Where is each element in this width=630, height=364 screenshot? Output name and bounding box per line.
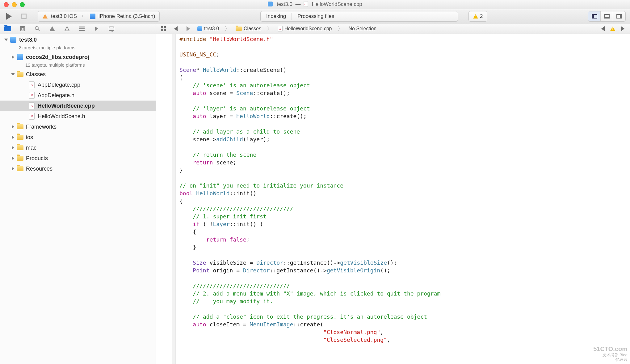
chevron-right-icon: 〉 xyxy=(266,25,273,32)
main-toolbar: test3.0 iOS 〉 iPhone Retina (3.5-inch) I… xyxy=(0,9,630,23)
traffic-lights xyxy=(4,2,25,7)
debug-navigator-tab[interactable] xyxy=(78,25,85,32)
tree-row-group-products[interactable]: Products xyxy=(0,153,156,163)
breakpoint-navigator-tab[interactable] xyxy=(93,25,100,32)
disclosure-icon[interactable] xyxy=(12,146,14,150)
svg-marker-3 xyxy=(43,14,48,19)
project-name: test3.0 xyxy=(19,37,37,43)
title-project: test3.0 xyxy=(277,1,292,7)
tree-row-file-selected[interactable]: .c HelloWorldScene.cpp xyxy=(0,101,156,111)
nav-forward-button[interactable] xyxy=(184,25,192,32)
tree-row-group-frameworks[interactable]: Frameworks xyxy=(0,122,156,132)
tree-row-group-mac[interactable]: mac xyxy=(0,143,156,153)
warning-icon xyxy=(473,14,478,19)
window-titlebar: test3.0 — c HelloWorldScene.cpp xyxy=(0,0,630,9)
folder-icon xyxy=(17,124,23,129)
group-label: Products xyxy=(26,155,48,162)
panel-toggles xyxy=(588,11,626,22)
issues-indicator[interactable]: 2 xyxy=(468,11,487,22)
code-view[interactable]: #include "HelloWorldScene.h" USING_NS_CC… xyxy=(176,34,630,364)
toggle-utilities-button[interactable] xyxy=(613,11,625,21)
disclosure-icon[interactable] xyxy=(4,39,8,41)
file-label: HelloWorldScene.h xyxy=(38,113,85,120)
project-file-icon xyxy=(268,2,274,8)
issue-navigator-tab[interactable] xyxy=(49,25,56,32)
tree-row-project[interactable]: test3.0 xyxy=(0,35,156,45)
group-label: Classes xyxy=(26,71,46,78)
scheme-device: iPhone Retina (3.5-inch) xyxy=(99,13,155,19)
symbol-navigator-tab[interactable] xyxy=(19,25,26,32)
tree-row-file[interactable]: .c AppDelegate.cpp xyxy=(0,80,156,90)
scheme-selector[interactable]: test3.0 iOS 〉 iPhone Retina (3.5-inch) xyxy=(38,11,160,22)
chevron-right-icon: 〉 xyxy=(224,25,231,32)
next-counterpoint-button[interactable] xyxy=(618,25,627,32)
prev-counterpoint-button[interactable] xyxy=(598,25,607,32)
tree-row-subproject[interactable]: cocos2d_libs.xcodeproj xyxy=(0,52,156,62)
toggle-navigator-button[interactable] xyxy=(588,11,601,21)
source-file-icon: c xyxy=(304,2,309,8)
tree-row-file[interactable]: .h AppDelegate.h xyxy=(0,90,156,101)
nav-back-button[interactable] xyxy=(171,25,180,32)
jumpbar-file-label: HelloWorldScene.cpp xyxy=(284,26,332,31)
navigator-sidebar: test3.0 2 targets, multiple platforms co… xyxy=(0,23,156,364)
activity-right: Processing files xyxy=(292,13,340,19)
jumpbar-selection-label: No Selection xyxy=(349,26,377,31)
disclosure-icon[interactable] xyxy=(12,156,14,160)
cpp-file-icon: .c xyxy=(29,102,35,109)
jumpbar-project[interactable]: test3.0 xyxy=(196,26,220,31)
editor-gutter[interactable] xyxy=(156,34,176,364)
disclosure-icon[interactable] xyxy=(12,125,14,129)
svg-marker-8 xyxy=(65,27,69,31)
disclosure-icon[interactable] xyxy=(11,73,15,76)
jumpbar-group[interactable]: Classes xyxy=(234,26,262,31)
disclosure-icon[interactable] xyxy=(12,135,14,139)
folder-icon xyxy=(236,27,242,31)
project-navigator-tab[interactable] xyxy=(4,25,11,32)
related-items-button[interactable] xyxy=(159,25,168,32)
jumpbar-file[interactable]: .c HelloWorldScene.cpp xyxy=(277,26,333,31)
title-filename: HelloWorldScene.cpp xyxy=(312,1,362,7)
fold-ribbon[interactable] xyxy=(172,34,175,364)
scheme-target: test3.0 iOS xyxy=(51,13,77,19)
jumpbar-selection[interactable]: No Selection xyxy=(347,26,378,31)
test-navigator-tab[interactable] xyxy=(64,25,70,32)
svg-rect-5 xyxy=(21,27,24,30)
activity-left: Indexing xyxy=(261,13,292,19)
jumpbar-group-label: Classes xyxy=(244,26,261,31)
disclosure-icon[interactable] xyxy=(12,55,14,59)
tree-row-subproject-sub: 12 targets, multiple platforms xyxy=(0,62,156,69)
svg-text:c: c xyxy=(304,3,306,6)
editor-area: test3.0 〉 Classes 〉 .c HelloWorldScene.c… xyxy=(156,23,630,364)
source-editor[interactable]: #include "HelloWorldScene.h" USING_NS_CC… xyxy=(156,34,630,364)
project-icon xyxy=(17,54,23,60)
tree-row-group-ios[interactable]: ios xyxy=(0,132,156,143)
close-window-icon[interactable] xyxy=(4,2,9,7)
toggle-debug-area-button[interactable] xyxy=(601,11,613,21)
cpp-file-icon: .c xyxy=(29,81,35,88)
tree-row-file[interactable]: .h HelloWorldScene.h xyxy=(0,111,156,122)
cpp-file-icon: .c xyxy=(278,26,283,31)
zoom-window-icon[interactable] xyxy=(20,2,25,7)
activity-viewer: Indexing Processing files xyxy=(260,11,458,22)
folder-icon xyxy=(17,156,23,161)
run-button[interactable] xyxy=(4,12,14,21)
svg-rect-1 xyxy=(304,2,308,6)
subproject-name: cocos2d_libs.xcodeproj xyxy=(26,54,89,60)
group-label: Frameworks xyxy=(26,124,57,130)
file-label: AppDelegate.h xyxy=(38,92,74,99)
tree-row-group-resources[interactable]: Resources xyxy=(0,163,156,174)
tree-row-group-classes[interactable]: Classes xyxy=(0,69,156,80)
group-label: Resources xyxy=(26,166,52,172)
chevron-right-icon: 〉 xyxy=(80,14,87,19)
group-label: ios xyxy=(26,134,33,141)
header-file-icon: .h xyxy=(29,92,35,99)
folder-icon xyxy=(17,135,23,140)
file-label: AppDelegate.cpp xyxy=(38,82,80,88)
stop-button[interactable] xyxy=(19,12,28,21)
report-navigator-tab[interactable] xyxy=(108,25,115,32)
minimize-window-icon[interactable] xyxy=(12,2,17,7)
project-icon xyxy=(197,26,202,31)
find-navigator-tab[interactable] xyxy=(34,25,41,32)
disclosure-icon[interactable] xyxy=(12,167,14,171)
project-icon xyxy=(10,37,16,43)
